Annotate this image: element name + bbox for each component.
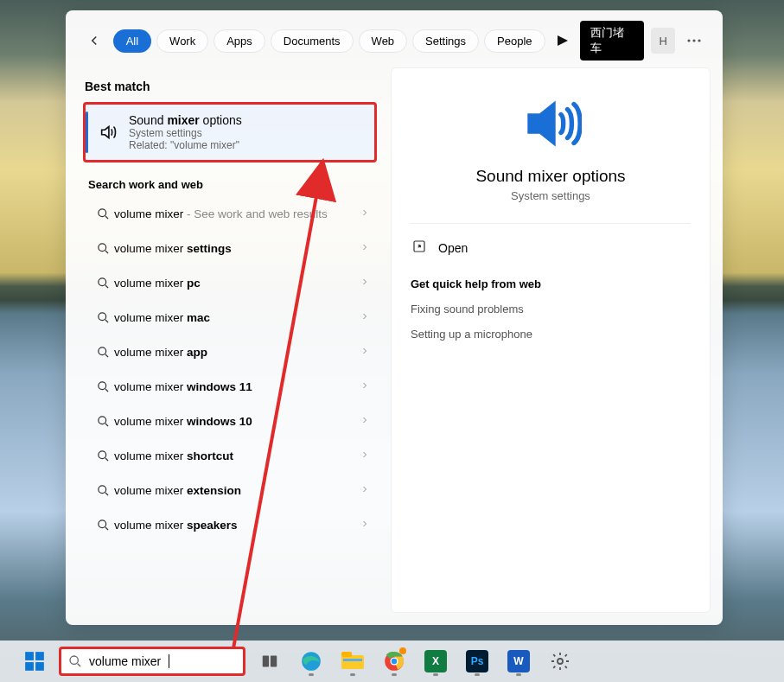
search-icon bbox=[92, 380, 114, 393]
svg-rect-23 bbox=[341, 655, 364, 669]
svg-rect-24 bbox=[341, 652, 352, 657]
web-result-item[interactable]: volume mixer settings bbox=[83, 231, 377, 265]
user-avatar[interactable]: H bbox=[651, 28, 676, 54]
bm-title-pre: Sound bbox=[129, 113, 167, 127]
quick-help-label: Get quick help from web bbox=[411, 277, 691, 290]
web-result-item[interactable]: volume mixer shortcut bbox=[83, 438, 377, 473]
quick-link-1[interactable]: Fixing sound problems bbox=[411, 303, 691, 316]
chevron-right-icon bbox=[360, 344, 370, 360]
speaker-icon bbox=[96, 113, 120, 151]
overflow-menu-button[interactable] bbox=[682, 29, 705, 53]
photoshop-icon[interactable]: Ps bbox=[460, 644, 494, 679]
result-text: volume mixer extension bbox=[114, 484, 360, 497]
svg-point-29 bbox=[558, 659, 563, 664]
tab-settings[interactable]: Settings bbox=[412, 29, 479, 53]
account-pill[interactable]: 西门堵车 bbox=[580, 21, 643, 61]
web-result-item[interactable]: volume mixer mac bbox=[83, 300, 377, 335]
svg-point-28 bbox=[392, 659, 398, 665]
svg-rect-16 bbox=[35, 652, 44, 660]
result-text: volume mixer mac bbox=[114, 311, 360, 324]
panel-topbar: All Work Apps Documents Web Settings Peo… bbox=[66, 10, 723, 67]
svg-rect-15 bbox=[25, 652, 34, 660]
svg-point-10 bbox=[98, 450, 105, 458]
svg-point-3 bbox=[98, 208, 105, 216]
search-icon bbox=[92, 277, 114, 290]
best-match-item[interactable]: Sound mixer options System settings Rela… bbox=[83, 102, 377, 163]
detail-title: Sound mixer options bbox=[475, 167, 625, 186]
word-icon[interactable]: W bbox=[501, 644, 536, 679]
chevron-right-icon bbox=[360, 240, 370, 256]
open-icon bbox=[412, 239, 426, 257]
chevron-right-icon bbox=[360, 275, 370, 290]
chevron-right-icon bbox=[360, 413, 370, 429]
search-icon bbox=[92, 449, 114, 462]
open-action[interactable]: Open bbox=[411, 239, 691, 257]
chevron-right-icon bbox=[360, 309, 370, 325]
svg-point-8 bbox=[98, 381, 105, 389]
start-button[interactable] bbox=[17, 644, 52, 679]
svg-point-7 bbox=[98, 347, 105, 354]
result-text: volume mixer shortcut bbox=[114, 449, 360, 462]
settings-icon[interactable] bbox=[543, 644, 577, 679]
search-icon bbox=[92, 484, 114, 497]
search-icon bbox=[92, 311, 114, 324]
result-text: volume mixer settings bbox=[114, 242, 360, 255]
result-text: volume mixer pc bbox=[114, 277, 360, 290]
svg-point-9 bbox=[98, 416, 105, 424]
svg-point-19 bbox=[70, 656, 78, 664]
search-input-text: volume mixer bbox=[89, 654, 161, 668]
tab-work[interactable]: Work bbox=[156, 29, 208, 53]
web-results-list: volume mixer - See work and web resultsv… bbox=[83, 196, 377, 542]
tab-web[interactable]: Web bbox=[359, 29, 408, 53]
bm-title-bold: mixer bbox=[167, 113, 199, 127]
svg-point-6 bbox=[98, 312, 105, 320]
svg-rect-17 bbox=[25, 662, 34, 671]
more-tabs-button[interactable] bbox=[552, 29, 574, 52]
panel-body: Best match Sound mixer options System se… bbox=[66, 67, 723, 625]
search-icon bbox=[92, 519, 114, 532]
chevron-right-icon bbox=[360, 482, 370, 498]
search-icon bbox=[92, 207, 114, 220]
svg-rect-20 bbox=[263, 656, 269, 667]
best-match-text: Sound mixer options System settings Rela… bbox=[129, 113, 366, 151]
search-icon bbox=[68, 654, 82, 668]
results-column: Best match Sound mixer options System se… bbox=[83, 67, 377, 613]
svg-point-2 bbox=[698, 39, 700, 41]
search-web-label: Search work and web bbox=[88, 178, 377, 191]
task-view-button[interactable] bbox=[252, 644, 287, 679]
tab-apps[interactable]: Apps bbox=[214, 29, 265, 53]
web-result-item[interactable]: volume mixer windows 10 bbox=[83, 404, 377, 438]
result-text: volume mixer - See work and web results bbox=[114, 207, 360, 220]
bm-subtitle-2: Related: "volume mixer" bbox=[129, 139, 366, 151]
best-match-label: Best match bbox=[85, 80, 377, 93]
tab-all[interactable]: All bbox=[113, 29, 151, 53]
svg-rect-25 bbox=[343, 659, 362, 661]
result-text: volume mixer app bbox=[114, 346, 360, 359]
svg-rect-21 bbox=[271, 656, 277, 667]
search-icon bbox=[92, 346, 114, 359]
web-result-item[interactable]: volume mixer pc bbox=[83, 265, 377, 300]
web-result-item[interactable]: volume mixer speakers bbox=[83, 507, 377, 542]
taskbar: volume mixer X Ps W bbox=[0, 641, 784, 682]
web-result-item[interactable]: volume mixer extension bbox=[83, 473, 377, 507]
tab-people[interactable]: People bbox=[484, 29, 545, 53]
chevron-right-icon bbox=[360, 379, 370, 394]
divider bbox=[411, 223, 691, 224]
excel-icon[interactable]: X bbox=[418, 644, 453, 679]
back-button[interactable] bbox=[83, 29, 106, 53]
svg-point-12 bbox=[98, 519, 105, 527]
bm-title-post: options bbox=[200, 113, 242, 127]
file-explorer-icon[interactable] bbox=[335, 644, 370, 679]
web-result-item[interactable]: volume mixer - See work and web results bbox=[83, 196, 377, 231]
result-text: volume mixer windows 11 bbox=[114, 380, 360, 393]
chrome-icon[interactable] bbox=[377, 644, 411, 679]
detail-pane: Sound mixer options System settings Open… bbox=[391, 67, 711, 613]
taskbar-search-box[interactable]: volume mixer bbox=[59, 647, 245, 676]
tab-documents[interactable]: Documents bbox=[271, 29, 354, 53]
quick-link-2[interactable]: Setting up a microphone bbox=[411, 328, 691, 341]
web-result-item[interactable]: volume mixer windows 11 bbox=[83, 369, 377, 404]
result-text: volume mixer windows 10 bbox=[114, 415, 360, 428]
open-label: Open bbox=[438, 241, 468, 255]
web-result-item[interactable]: volume mixer app bbox=[83, 335, 377, 369]
edge-icon[interactable] bbox=[294, 644, 328, 679]
